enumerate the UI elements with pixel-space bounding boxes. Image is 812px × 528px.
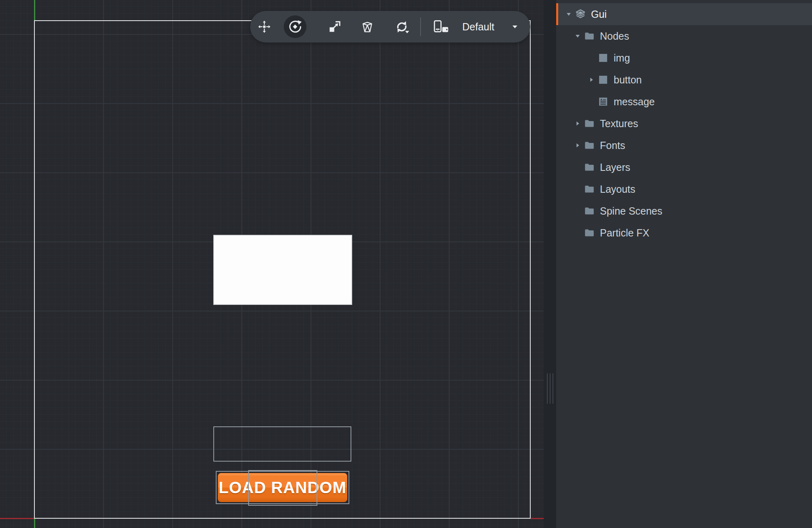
frustum-tool-button[interactable] xyxy=(360,20,374,34)
rotate-icon xyxy=(288,19,302,34)
expander-expanded-icon[interactable] xyxy=(573,32,582,40)
outline-item-spine-scenes[interactable]: Spine Scenes xyxy=(556,200,812,222)
folder-icon xyxy=(584,118,595,129)
expander-spacer xyxy=(587,53,596,62)
folder-icon xyxy=(584,30,595,42)
resolution-label: Default xyxy=(462,21,494,33)
outline-item-layers[interactable]: Layers xyxy=(556,156,812,178)
text-node-selection-outline xyxy=(248,470,317,506)
gui-editor-window: LOAD RANDOM Default xyxy=(0,0,812,528)
camera-rotate-icon xyxy=(394,19,410,34)
selection-accent-bar xyxy=(556,3,558,25)
outline-item-label: Particle FX xyxy=(600,227,649,239)
outline-item-label: Spine Scenes xyxy=(600,205,662,217)
panel-splitter[interactable] xyxy=(544,0,556,528)
outline-item-particle-fx[interactable]: Particle FX xyxy=(556,222,812,244)
expander-spacer xyxy=(587,97,596,106)
folder-icon xyxy=(584,227,595,238)
y-axis-line xyxy=(34,0,35,21)
img-node[interactable] xyxy=(213,235,352,305)
outline-item-label: button xyxy=(614,74,642,86)
expander-collapsed-icon[interactable] xyxy=(587,75,596,84)
outline-item-layouts[interactable]: Layouts xyxy=(556,178,812,200)
expander-spacer xyxy=(573,185,582,194)
resolution-selector[interactable]: Default xyxy=(433,11,519,43)
outline-item-label: Layouts xyxy=(600,183,636,195)
splitter-grip-icon[interactable] xyxy=(547,373,553,404)
box-node-icon xyxy=(597,52,609,64)
folder-icon xyxy=(584,162,595,173)
folder-icon xyxy=(584,183,595,195)
outline-item-img[interactable]: img xyxy=(556,47,812,69)
x-axis-line xyxy=(0,518,34,519)
outline-item-label: Gui xyxy=(591,9,607,20)
scene-toolbar: Default xyxy=(250,11,530,43)
outline-item-gui[interactable]: Gui xyxy=(556,3,812,25)
expander-collapsed-icon[interactable] xyxy=(573,119,582,128)
x-axis-line xyxy=(531,518,544,519)
outline-item-message[interactable]: message xyxy=(556,91,812,113)
outline-panel: GuiNodesimgbuttonmessageTexturesFontsLay… xyxy=(556,0,812,528)
rotate-tool-button[interactable] xyxy=(284,15,306,38)
device-orientation-icon xyxy=(433,20,450,34)
outline-tree: GuiNodesimgbuttonmessageTexturesFontsLay… xyxy=(556,3,812,244)
outline-item-label: Layers xyxy=(600,162,630,173)
outline-item-fonts[interactable]: Fonts xyxy=(556,134,812,156)
camera-rotate-tool-button[interactable] xyxy=(393,19,411,34)
folder-icon xyxy=(584,140,595,151)
expander-spacer xyxy=(573,163,582,172)
outline-item-nodes[interactable]: Nodes xyxy=(556,25,812,47)
outline-item-textures[interactable]: Textures xyxy=(556,113,812,134)
caret-down-icon xyxy=(510,23,519,30)
scale-tool-button[interactable] xyxy=(328,20,342,33)
expander-expanded-icon[interactable] xyxy=(564,10,573,19)
toolbar-divider xyxy=(420,17,421,36)
outline-item-label: Fonts xyxy=(600,140,625,151)
folder-icon xyxy=(584,205,595,217)
scene-viewport[interactable]: LOAD RANDOM Default xyxy=(0,0,544,528)
outline-item-button[interactable]: button xyxy=(556,69,812,91)
expander-spacer xyxy=(573,228,582,237)
outline-item-label: Textures xyxy=(600,118,638,130)
text-node-icon xyxy=(597,96,609,107)
scale-icon xyxy=(328,20,341,33)
move-tool-button[interactable] xyxy=(257,20,271,33)
box-node-icon xyxy=(597,74,609,85)
outline-item-label: message xyxy=(614,96,655,108)
outline-item-label: img xyxy=(614,52,630,64)
gui-scene-icon xyxy=(575,9,586,20)
outline-item-label: Nodes xyxy=(600,30,629,42)
move-icon xyxy=(258,20,271,33)
expander-collapsed-icon[interactable] xyxy=(573,141,582,150)
message-node-outline[interactable] xyxy=(213,426,351,462)
frustum-icon xyxy=(361,20,374,34)
y-axis-line xyxy=(34,518,35,528)
expander-spacer xyxy=(573,207,582,215)
